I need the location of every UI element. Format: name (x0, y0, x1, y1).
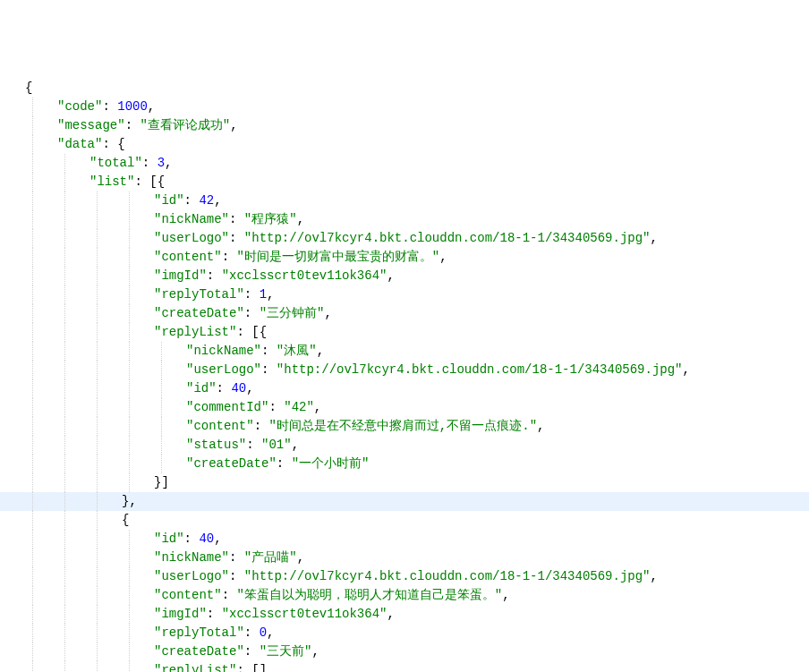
token-num: 3 (158, 156, 165, 170)
token-str: "沐風" (277, 344, 317, 358)
token-punc: : (246, 438, 261, 452)
token-punc: , (502, 588, 509, 602)
indent-guide (97, 492, 98, 511)
indent-guide (64, 285, 65, 304)
token-punc: : (184, 193, 200, 208)
token-num: 1000 (117, 99, 148, 114)
code-line: { (0, 79, 809, 98)
indent-guide (64, 567, 65, 586)
indent-guide (129, 473, 130, 492)
token-punc: , (267, 625, 274, 640)
indent-guide (64, 605, 65, 624)
token-key: "total" (89, 156, 142, 170)
indent-guide (97, 586, 98, 605)
json-code-block: {"code": 1000,"message": "查看评论成功","data"… (0, 79, 809, 672)
token-key: "id" (154, 532, 184, 546)
token-punc: , (324, 306, 331, 320)
indent-guide (97, 361, 98, 379)
token-key: "content" (154, 250, 222, 264)
token-punc: : (207, 268, 222, 283)
token-punc: , (292, 438, 299, 452)
indent-guide (32, 398, 33, 417)
indent-guide (64, 173, 65, 191)
indent-guide (32, 267, 33, 285)
indent-guide (129, 229, 130, 248)
token-punc: , (683, 362, 690, 377)
token-str: "时间总是在不经意中擦肩而过,不留一点痕迹." (268, 419, 537, 433)
indent-guide (64, 530, 65, 549)
token-punc: , (297, 550, 304, 565)
code-line: "createDate": "三天前", (0, 642, 809, 661)
indent-guide (97, 229, 98, 248)
token-punc: }, (122, 494, 137, 508)
token-punc: , (246, 381, 253, 396)
indent-guide (97, 210, 98, 229)
token-key: "id" (186, 381, 217, 396)
token-key: "nickName" (154, 212, 229, 226)
indent-guide (129, 267, 130, 285)
indent-guide (129, 191, 130, 210)
indent-guide (32, 98, 33, 116)
indent-guide (129, 567, 130, 586)
token-str: "xcclsscrt0tev11ok364" (222, 268, 387, 283)
token-key: "content" (186, 419, 254, 433)
code-line: "createDate": "三分钟前", (0, 304, 809, 323)
indent-guide (64, 492, 65, 511)
token-key: "id" (154, 193, 184, 208)
token-punc: , (148, 99, 155, 114)
indent-guide (97, 605, 98, 624)
token-punc: , (297, 212, 304, 226)
indent-guide (129, 642, 130, 661)
token-key: "imgId" (154, 268, 207, 283)
code-line: "content": "笨蛋自以为聪明，聪明人才知道自己是笨蛋。", (0, 586, 809, 605)
indent-guide (32, 417, 33, 436)
indent-guide (32, 567, 33, 586)
indent-guide (161, 417, 162, 436)
token-str: "http://ovl7kcyr4.bkt.clouddn.com/18-1-1… (277, 362, 683, 377)
code-line: "nickName": "程序猿", (0, 210, 809, 229)
code-line: "list": [{ (0, 173, 809, 191)
indent-guide (64, 229, 65, 248)
token-num: 40 (199, 532, 214, 546)
token-punc: }] (154, 475, 169, 489)
indent-guide (97, 642, 98, 661)
token-str: "程序猿" (244, 212, 297, 226)
token-str: "http://ovl7kcyr4.bkt.clouddn.com/18-1-1… (244, 569, 651, 583)
indent-guide (64, 361, 65, 379)
indent-guide (32, 605, 33, 624)
indent-guide (64, 398, 65, 417)
token-punc: , (230, 118, 237, 132)
token-punc: : (222, 250, 237, 264)
code-line: "message": "查看评论成功", (0, 116, 809, 135)
indent-guide (129, 436, 130, 455)
code-line: "nickName": "沐風", (0, 342, 809, 361)
indent-guide (64, 248, 65, 267)
indent-guide (97, 191, 98, 210)
token-key: "createDate" (154, 644, 244, 659)
token-punc: , (439, 250, 447, 264)
indent-guide (97, 455, 98, 473)
indent-guide (97, 379, 98, 398)
token-punc: , (314, 400, 321, 414)
token-key: "replyList" (154, 663, 236, 672)
indent-guide (64, 473, 65, 492)
token-key: "userLogo" (186, 362, 261, 377)
token-str: "一个小时前" (292, 456, 370, 471)
indent-guide (129, 210, 130, 229)
indent-guide (129, 248, 130, 267)
code-line: "nickName": "产品喵", (0, 549, 809, 567)
code-line: "replyList": [{ (0, 323, 809, 342)
token-key: "replyTotal" (154, 625, 244, 640)
token-punc: : (244, 625, 260, 640)
token-key: "content" (154, 588, 222, 602)
code-line: "userLogo": "http://ovl7kcyr4.bkt.cloudd… (0, 361, 809, 379)
indent-guide (97, 285, 98, 304)
indent-guide (161, 342, 162, 361)
token-punc: : (244, 644, 260, 659)
code-line: "status": "01", (0, 436, 809, 455)
indent-guide (32, 285, 33, 304)
token-key: "replyTotal" (154, 287, 244, 302)
indent-guide (32, 229, 33, 248)
token-punc: : { (102, 137, 124, 151)
code-line: "commentId": "42", (0, 398, 809, 417)
